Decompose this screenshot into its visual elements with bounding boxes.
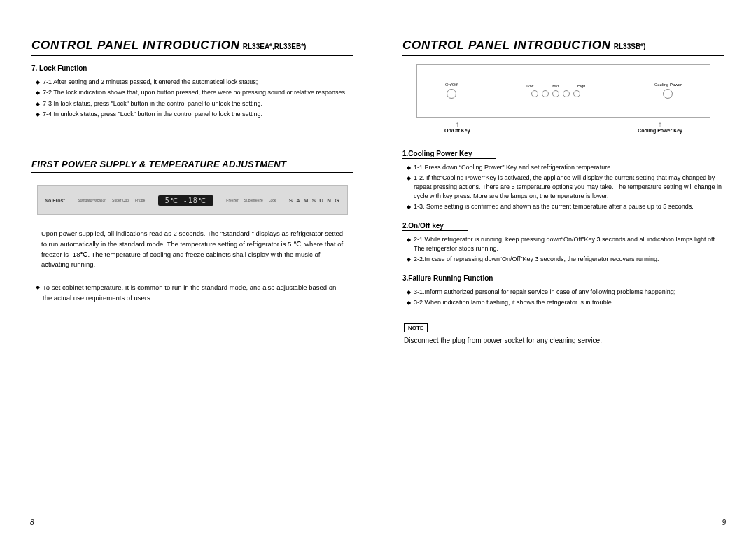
s1-bullets: ◆1-1.Press down “Cooling Power” Key and … xyxy=(407,163,724,212)
control-panel-illustration-a: No Frost Standard/Vacation Super Cool Fr… xyxy=(37,185,348,215)
main-title-right: CONTROL PANEL INTRODUCTION xyxy=(402,38,611,52)
lock-heading: 7. Lock Function xyxy=(31,64,354,73)
paragraph-1: Upon power supplied, all indications rea… xyxy=(41,229,346,270)
diamond-icon: ◆ xyxy=(407,202,411,212)
lock-bullets: ◆7-1 After setting and 2 minutes passed,… xyxy=(36,78,354,120)
cooling-group: Cooling Power xyxy=(654,83,682,99)
power-scale: Low Mid High xyxy=(526,84,585,97)
diamond-icon: ◆ xyxy=(36,283,40,303)
main-title-left: CONTROL PANEL INTRODUCTION xyxy=(31,38,240,52)
diamond-icon: ◆ xyxy=(36,110,40,120)
title-underline xyxy=(402,55,724,56)
legend-cooling: ↑Cooling Power Key xyxy=(638,122,682,133)
title-row-right: CONTROL PANEL INTRODUCTION RL33SB*) xyxy=(402,38,724,52)
section-title: FIRST POWER SUPPLY & TEMPERATURE ADJUSTM… xyxy=(31,159,354,169)
panel-labels-right: Freezer Superfreeze Lock xyxy=(226,198,276,202)
nofrost-label: No Frost xyxy=(45,198,65,203)
lamp-icon xyxy=(563,90,570,97)
list-item: ◆2-2.In case of repressing down“On/Off”K… xyxy=(407,255,724,265)
list-item: ◆2-1.While refrigerator is running, keep… xyxy=(407,235,724,253)
s3-bullets: ◆3-1.Inform authorized personal for repa… xyxy=(407,288,724,308)
title-underline xyxy=(31,55,354,56)
diamond-icon: ◆ xyxy=(407,298,411,308)
model-right: RL33SB*) xyxy=(614,43,646,50)
diamond-icon: ◆ xyxy=(36,78,40,87)
up-arrow-icon: ↑ xyxy=(444,120,470,128)
onoff-group: On/Off xyxy=(445,83,458,99)
list-item: ◆3-1.Inform authorized personal for repa… xyxy=(407,288,724,297)
list-item: ◆7-3 In lock status, press "Lock" button… xyxy=(36,99,354,109)
page-number-left: 8 xyxy=(30,519,34,526)
s2-heading: 2.On/Off key xyxy=(402,222,724,231)
note-label: NOTE xyxy=(404,323,428,332)
diamond-icon: ◆ xyxy=(407,174,411,183)
diamond-icon: ◆ xyxy=(407,288,411,297)
diamond-icon: ◆ xyxy=(36,88,40,98)
s2-bullets: ◆2-1.While refrigerator is running, keep… xyxy=(407,235,724,265)
control-panel-illustration-b: On/Off Low Mid High Cooling Power xyxy=(416,64,710,118)
lamp-icon xyxy=(552,90,559,97)
list-item: ◆1-2. If the“Cooling Power”Key is activa… xyxy=(407,174,724,201)
list-item: ◆1-3. Some setting is confirmed and show… xyxy=(407,202,724,212)
list-item: ◆7-1 After setting and 2 minutes passed,… xyxy=(36,78,354,87)
paragraph-2: ◆ To set cabinet temperature. It is comm… xyxy=(36,283,346,303)
page-number-right: 9 xyxy=(722,519,726,526)
lamp-icon xyxy=(573,90,580,97)
panel-legend: ↑On/Off Key ↑Cooling Power Key xyxy=(444,122,682,133)
section-underline xyxy=(31,172,354,173)
list-item: ◆7-4 In unlock status, press "Lock" butt… xyxy=(36,110,354,120)
page-left: CONTROL PANEL INTRODUCTION RL33EA*,RL33E… xyxy=(18,38,378,517)
diamond-icon: ◆ xyxy=(36,99,40,109)
list-item: ◆3-2.When indication lamp flashing, it s… xyxy=(407,298,724,308)
list-item: ◆7-2 The lock indication shows that, upo… xyxy=(36,88,354,98)
button-icon xyxy=(663,89,673,99)
page-right: CONTROL PANEL INTRODUCTION RL33SB*) On/O… xyxy=(378,38,738,517)
lamp-icon xyxy=(542,90,549,97)
panel-labels-left: Standard/Vacation Super Cool Fridge xyxy=(78,198,145,202)
lamp-icon xyxy=(531,90,538,97)
button-icon xyxy=(447,89,456,99)
temp-display: 5℃ -18℃ xyxy=(158,195,214,206)
diamond-icon: ◆ xyxy=(407,255,411,265)
s1-heading: 1.Cooling Power Key xyxy=(402,150,724,159)
list-item: ◆1-1.Press down “Cooling Power” Key and … xyxy=(407,163,724,173)
brand-label: S A M S U N G xyxy=(289,197,340,204)
up-arrow-icon: ↑ xyxy=(638,120,682,128)
legend-onoff: ↑On/Off Key xyxy=(444,122,470,133)
s3-heading: 3.Failure Running Function xyxy=(402,274,724,283)
model-left: RL33EA*,RL33EB*) xyxy=(243,43,307,50)
note-text: Disconnect the plug from power socket fo… xyxy=(404,337,724,344)
title-row-left: CONTROL PANEL INTRODUCTION RL33EA*,RL33E… xyxy=(31,38,354,52)
diamond-icon: ◆ xyxy=(407,163,411,173)
diamond-icon: ◆ xyxy=(407,235,411,245)
